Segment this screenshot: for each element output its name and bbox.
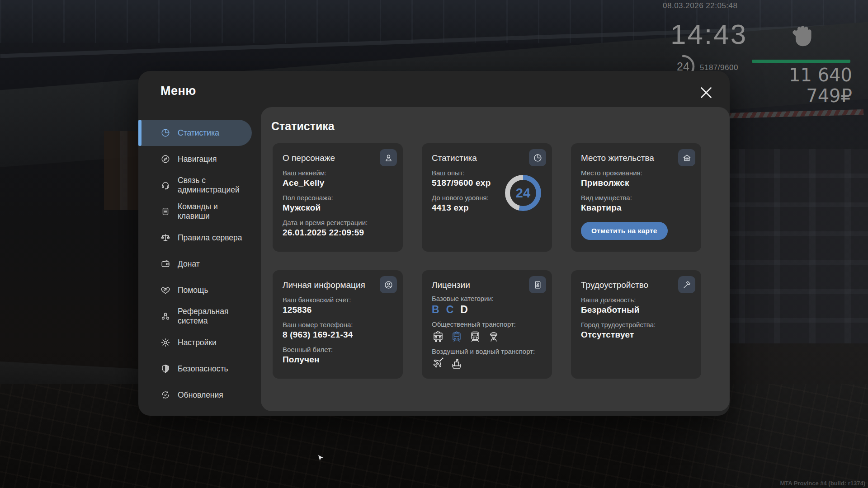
field-label: Общественный транспорт: bbox=[432, 320, 542, 328]
card-employment: Трудоустройство Ваша должность: Безработ… bbox=[571, 270, 701, 379]
headset-icon bbox=[160, 180, 170, 190]
nickname-value: Ace_Kelly bbox=[283, 178, 393, 188]
sidebar-item-label: Обновления bbox=[178, 390, 245, 400]
registration-value: 26.01.2025 22:09:59 bbox=[283, 228, 393, 238]
card-statistics: Статистика Ваш опыт: 5187/9600 exp До но… bbox=[422, 143, 552, 252]
person-circle-icon bbox=[380, 276, 397, 293]
cards-grid: О персонаже Ваш никнейм: Ace_Kelly Пол п… bbox=[273, 143, 701, 379]
sidebar-item-label: Команды и клавиши bbox=[178, 202, 245, 221]
pie-chart-icon bbox=[529, 149, 546, 166]
tram-icon bbox=[450, 330, 463, 343]
field-label: Место проживания: bbox=[581, 169, 691, 177]
card-about-character: О персонаже Ваш никнейм: Ace_Kelly Пол п… bbox=[273, 143, 403, 252]
public-transport-licenses bbox=[432, 330, 542, 343]
refresh-icon bbox=[160, 390, 170, 400]
city-value: Приволжск bbox=[581, 178, 691, 188]
field-label: Ваш номер телефона: bbox=[283, 321, 393, 328]
person-icon bbox=[380, 149, 397, 166]
plane-icon bbox=[432, 357, 444, 370]
field-label: Военный билет: bbox=[283, 346, 393, 353]
sidebar-item-label: Правила сервера bbox=[178, 233, 245, 243]
field-label: Ваша должность: bbox=[581, 296, 691, 304]
hud-clock: 14:43 bbox=[670, 18, 747, 50]
shield-icon bbox=[160, 364, 170, 374]
sidebar-item-server-rules[interactable]: Правила сервера bbox=[138, 225, 257, 251]
card-title: Место жительства bbox=[581, 153, 691, 163]
document-icon bbox=[160, 206, 170, 216]
license-category-B: B bbox=[432, 304, 439, 316]
sidebar: СтатистикаНавигацияСвязь с администрацие… bbox=[138, 120, 257, 408]
sidebar-item-label: Связь с администрацией bbox=[178, 176, 245, 195]
sidebar-item-commands-keys[interactable]: Команды и клавиши bbox=[138, 198, 257, 225]
sidebar-item-updates[interactable]: Обновления bbox=[138, 382, 257, 408]
sidebar-item-label: Статистика bbox=[178, 128, 245, 138]
military-id-value: Получен bbox=[283, 355, 393, 365]
pie-chart-icon bbox=[160, 128, 170, 138]
sidebar-item-settings[interactable]: Настройки bbox=[138, 329, 257, 356]
sidebar-item-label: Донат bbox=[178, 259, 245, 269]
gender-value: Мужской bbox=[283, 203, 393, 213]
server-watermark: MTA Province #4 (build: r1374) bbox=[780, 480, 865, 487]
card-title: Лицензии bbox=[432, 280, 542, 290]
captain-icon bbox=[487, 330, 500, 343]
bank-account-value: 125836 bbox=[283, 305, 393, 315]
card-title: Личная информация bbox=[283, 280, 393, 290]
card-title: Трудоустройство bbox=[581, 280, 691, 290]
sidebar-item-statistics[interactable]: Статистика bbox=[138, 120, 252, 146]
sidebar-item-label: Настройки bbox=[178, 338, 245, 347]
sidebar-item-security[interactable]: Безопасность bbox=[138, 356, 257, 382]
field-label: Пол персонажа: bbox=[283, 194, 393, 202]
field-label: Город трудоустройства: bbox=[581, 321, 691, 328]
handshake-icon bbox=[160, 285, 170, 295]
level-progress-ring: 24 bbox=[505, 175, 541, 211]
sidebar-item-label: Навигация bbox=[178, 155, 245, 164]
sidebar-item-referral[interactable]: Реферальная система bbox=[138, 303, 257, 329]
hud-datetime: 08.03.2026 22:05:48 bbox=[663, 1, 737, 10]
close-button[interactable] bbox=[698, 84, 714, 101]
fist-icon bbox=[790, 22, 814, 50]
scales-icon bbox=[160, 233, 170, 243]
wallet-icon bbox=[160, 259, 170, 269]
sidebar-item-donate[interactable]: Донат bbox=[138, 251, 257, 277]
field-label: Ваш никнейм: bbox=[283, 169, 393, 177]
sidebar-item-label: Помощь bbox=[178, 286, 245, 295]
id-card-icon bbox=[529, 276, 546, 293]
menu-title: Меню bbox=[160, 84, 196, 98]
gear-icon bbox=[160, 338, 170, 347]
content-panel: Статистика О персонаже Ваш никнейм: Ace_… bbox=[261, 107, 730, 411]
train-icon bbox=[469, 330, 481, 343]
level-value: 24 bbox=[516, 186, 530, 201]
license-categories: BCD bbox=[432, 304, 542, 316]
card-residence: Место жительства Место проживания: Приво… bbox=[571, 143, 701, 252]
sidebar-item-label: Реферальная система bbox=[178, 307, 245, 326]
page-title: Статистика bbox=[271, 120, 335, 133]
field-label: Ваш банковский счет: bbox=[283, 296, 393, 304]
field-label: Вид имущества: bbox=[581, 194, 691, 202]
sidebar-item-admin-contact[interactable]: Связь с администрацией bbox=[138, 172, 257, 198]
hud-money-bar bbox=[752, 60, 850, 63]
card-licenses: Лицензии Базовые категории: BCD Обществе… bbox=[422, 270, 552, 379]
hammer-icon bbox=[678, 276, 695, 293]
mark-on-map-button[interactable]: Отметить на карте bbox=[581, 222, 668, 240]
sidebar-item-navigation[interactable]: Навигация bbox=[138, 146, 257, 172]
phone-value: 8 (963) 169-21-34 bbox=[283, 330, 393, 340]
job-city-value: Отсутствует bbox=[581, 330, 691, 340]
close-icon bbox=[698, 84, 714, 101]
hud-money: 11 640 749₽ bbox=[744, 65, 852, 106]
home-icon bbox=[678, 149, 695, 166]
ship-icon bbox=[450, 357, 463, 370]
card-title: Статистика bbox=[432, 153, 542, 163]
field-label: Дата и время регистрации: bbox=[283, 219, 393, 226]
job-title-value: Безработный bbox=[581, 305, 691, 315]
compass-icon bbox=[160, 154, 170, 164]
menu-panel: Меню СтатистикаНавигацияСвязь с админист… bbox=[138, 71, 730, 416]
air-water-licenses bbox=[432, 357, 542, 370]
trolleybus-icon bbox=[432, 330, 444, 343]
license-category-C: C bbox=[446, 304, 454, 316]
network-icon bbox=[160, 311, 170, 321]
card-title: О персонаже bbox=[283, 153, 393, 163]
field-label: Воздушный и водный транспорт: bbox=[432, 347, 542, 355]
sidebar-item-label: Безопасность bbox=[178, 364, 245, 374]
card-personal-info: Личная информация Ваш банковский счет: 1… bbox=[273, 270, 403, 379]
sidebar-item-help[interactable]: Помощь bbox=[138, 277, 257, 303]
